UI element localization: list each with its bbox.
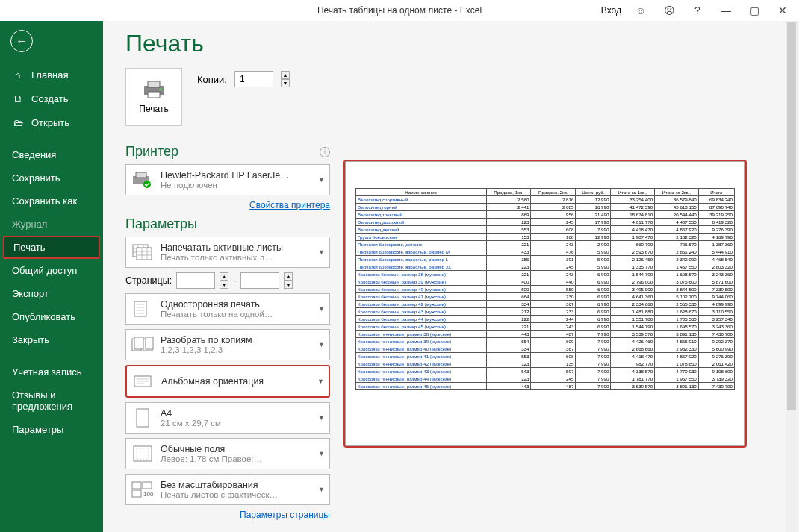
printer-dropdown[interactable]: Hewlett-Packard HP LaserJe…Не подключен … [125,164,330,195]
printer-icon [142,80,166,99]
spinner-up-icon[interactable]: ▲ [281,71,290,79]
sidebar-label: Печать [13,242,46,253]
pages-from-input[interactable] [176,272,215,289]
sidebar-item-publish[interactable]: Опубликовать [0,305,103,328]
printer-name: Hewlett-Packard HP LaserJe… [161,170,309,181]
sidebar-label: Создать [31,93,68,104]
login-link[interactable]: Вход [601,5,621,16]
close-icon[interactable]: ✕ [769,0,796,21]
printer-properties-link[interactable]: Свойства принтера [249,200,330,210]
print-range-dropdown[interactable]: Напечатать активные листыПечать только а… [125,237,330,268]
svg-rect-5 [136,172,146,178]
sidebar-item-share[interactable]: Общий доступ [0,259,103,282]
vertical-scrollbar[interactable] [786,21,798,532]
dd-title: A4 [161,408,309,419]
pages-to-input[interactable] [240,272,279,289]
content: Печать Печать Копии: ▲▼ Принтерi Hewlett… [103,21,799,532]
scrollbar-thumb[interactable] [787,22,796,410]
sidebar-item-saveas[interactable]: Сохранить как [0,190,103,213]
info-icon[interactable]: i [320,147,330,157]
svg-point-3 [160,88,162,90]
face-happy-icon[interactable]: ☺ [627,0,654,21]
dd-sub: Печать листов с фактическ… [161,490,309,499]
section-params: Параметры [125,216,330,232]
print-block: Печать Копии: ▲▼ [125,68,330,126]
svg-rect-2 [148,92,160,98]
minimize-icon[interactable]: — [712,0,739,21]
printer-status: Не подключен [161,181,309,190]
sidebar-label: Учетная запись [12,366,82,378]
a4-icon [131,406,155,430]
sidebar-item-export[interactable]: Экспорт [0,282,103,305]
sidebar-item-info[interactable]: Сведения [0,143,103,166]
scaling-dropdown[interactable]: 100 Без масштабированияПечать листов с ф… [125,474,330,505]
home-icon: ⌂ [12,69,24,81]
dd-title: Без масштабирования [161,480,309,490]
sidebar-item-close[interactable]: Закрыть [0,328,103,351]
main-area: ← ⌂Главная 🗋Создать 🗁Открыть Сведения Со… [0,21,799,532]
margins-icon [131,442,155,466]
window-controls: Вход ☺ ☹ ? — ▢ ✕ [601,0,796,21]
pages-label: Страницы: [125,275,172,286]
sidebar-label: Параметры [12,424,63,435]
titlebar: Печать таблицы на одном листе - Excel Вх… [0,0,799,21]
copies-input[interactable] [234,71,273,87]
chevron-down-icon: ▼ [318,414,325,422]
sidebar-item-new[interactable]: 🗋Создать [0,87,103,110]
dd-title: Обычные поля [161,444,309,454]
dd-title: Разобрать по копиям [161,335,309,345]
page-setup-link[interactable]: Параметры страницы [240,510,330,520]
copies-spinner[interactable]: ▲▼ [281,71,290,87]
oneside-icon [131,297,155,321]
dd-sub: Печать только активных л… [161,253,309,262]
collate-dropdown[interactable]: Разобрать по копиям1,2,3 1,2,3 1,2,3 ▼ [125,329,330,360]
sides-dropdown[interactable]: Односторонняя печатьПечатать только на о… [125,293,330,325]
preview-area: НаименованиеПродано, 1кв.Продано, 2кв.Це… [341,21,799,532]
help-icon[interactable]: ? [684,0,711,21]
sidebar-item-history[interactable]: Журнал [0,213,103,236]
window-title: Печать таблицы на одном листе - Excel [317,5,482,16]
dd-title: Альбомная ориентация [161,376,308,387]
sidebar-item-print[interactable]: Печать [3,236,100,259]
sidebar-label: Открыть [31,117,69,128]
svg-rect-19 [143,482,152,489]
sidebar-item-account[interactable]: Учетная запись [0,360,103,384]
chevron-down-icon: ▼ [318,176,325,184]
dd-title: Односторонняя печать [161,299,309,310]
chevron-down-icon: ▼ [318,248,325,256]
sidebar-item-options[interactable]: Параметры [0,418,103,441]
sidebar-item-home[interactable]: ⌂Главная [0,63,103,87]
sidebar-label: Сохранить [12,172,60,184]
svg-rect-13 [146,337,153,349]
chevron-down-icon: ▼ [317,378,324,385]
pages-sep: - [233,275,236,286]
back-arrow-icon: ← [16,34,28,48]
pages-from-spinner[interactable]: ▲▼ [220,272,228,289]
svg-rect-1 [148,81,160,87]
chevron-down-icon: ▼ [318,450,325,457]
face-sad-icon[interactable]: ☹ [656,0,683,21]
sidebar-label: Закрыть [12,334,49,345]
print-button[interactable]: Печать [125,68,182,126]
sidebar-item-save[interactable]: Сохранить [0,166,103,190]
chevron-down-icon: ▼ [318,341,325,348]
maximize-icon[interactable]: ▢ [741,0,768,21]
margins-dropdown[interactable]: Обычные поляЛевое: 1,78 см Правое:… ▼ [125,438,330,469]
new-icon: 🗋 [12,93,24,104]
pages-range-row: Страницы: ▲▼ - ▲▼ [125,272,330,289]
spinner-down-icon[interactable]: ▼ [281,79,290,87]
dd-title: Напечатать активные листы [161,242,309,253]
papersize-dropdown[interactable]: A421 см x 29,7 см ▼ [125,402,330,434]
scaling-icon: 100 [131,478,155,501]
print-button-label: Печать [139,104,168,114]
sidebar-label: Общий доступ [12,265,77,276]
orientation-dropdown[interactable]: Альбомная ориентация ▼ [125,365,330,398]
sidebar-item-open[interactable]: 🗁Открыть [0,110,103,134]
sidebar-label: Сведения [12,149,56,160]
collate-icon [131,333,155,357]
sidebar-item-feedback[interactable]: Отзывы ипредложения [0,384,103,418]
svg-rect-18 [132,482,141,489]
back-button[interactable]: ← [10,30,33,52]
pages-to-spinner[interactable]: ▲▼ [284,272,293,289]
sidebar-label: Отзывы и [12,389,56,401]
